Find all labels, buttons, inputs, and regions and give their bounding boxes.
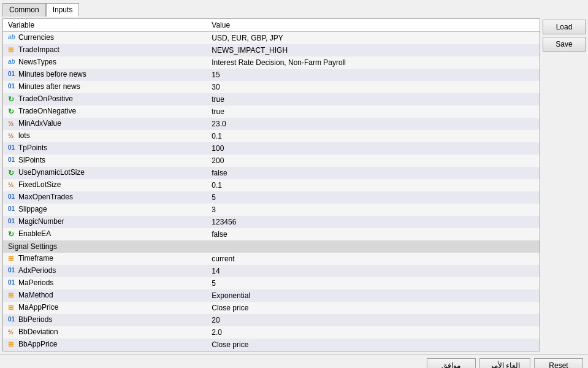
- table-row[interactable]: ↻TradeOnPositivetrue: [3, 93, 540, 105]
- val-cell: 14: [207, 265, 540, 277]
- tab-bar: Common Inputs: [0, 0, 588, 16]
- col-value: Value: [207, 19, 540, 32]
- val-cell: 100: [207, 142, 540, 155]
- val-cell: 5: [207, 191, 540, 204]
- val-cell: NEWS_IMPACT_HIGH: [207, 44, 540, 56]
- table-row[interactable]: 01MaxOpenTrades5: [3, 191, 540, 204]
- tab-inputs[interactable]: Inputs: [46, 3, 80, 17]
- var-cell: ⊞TradeImpact: [3, 44, 207, 56]
- val-cell: true: [207, 93, 540, 105]
- val-cell: true: [207, 105, 540, 118]
- table-row[interactable]: abCurrenciesUSD, EUR, GBP, JPY: [3, 32, 540, 44]
- table-row[interactable]: ½FixedLotSize0.1: [3, 179, 540, 191]
- reset-button[interactable]: Reset: [534, 358, 583, 369]
- params-table: Variable Value abCurrenciesUSD, EUR, GBP…: [3, 19, 540, 351]
- val-cell: 5: [207, 277, 540, 289]
- val-cell: false: [207, 167, 540, 179]
- table-row[interactable]: 01Minutes before news15: [3, 69, 540, 81]
- table-row[interactable]: 01MagicNumber123456: [3, 216, 540, 228]
- val-cell: Close price: [207, 302, 540, 314]
- table-row[interactable]: ½MinAdxValue23.0: [3, 118, 540, 130]
- var-cell: 01MaPeriods: [3, 277, 207, 289]
- table-row[interactable]: abNewsTypesInterest Rate Decision, Non-F…: [3, 56, 540, 69]
- table-row[interactable]: 01Minutes after news30: [3, 81, 540, 93]
- var-cell: 01AdxPeriods: [3, 265, 207, 277]
- section-header: Signal Settings: [3, 240, 540, 253]
- table-row[interactable]: ↻TradeOnNegativetrue: [3, 105, 540, 118]
- var-cell: abCurrencies: [3, 32, 207, 44]
- table-row[interactable]: 01BbPeriods20: [3, 314, 540, 326]
- var-cell: 01Slippage: [3, 204, 207, 216]
- var-cell: ½lots: [3, 130, 207, 142]
- var-cell: 01BbPeriods: [3, 314, 207, 326]
- params-table-container: Variable Value abCurrenciesUSD, EUR, GBP…: [2, 18, 540, 351]
- val-cell: 0.1: [207, 179, 540, 191]
- table-row[interactable]: 01MaPeriods5: [3, 277, 540, 289]
- var-cell: ⊞MaMethod: [3, 289, 207, 302]
- ok-button[interactable]: موافق: [427, 358, 476, 369]
- var-cell: ↻EnableEA: [3, 228, 207, 240]
- var-cell: ⊞Timeframe: [3, 253, 207, 265]
- val-cell: 2.0: [207, 326, 540, 339]
- var-cell: 01SlPoints: [3, 155, 207, 167]
- var-cell: 01TpPoints: [3, 142, 207, 155]
- var-cell: 01MaxOpenTrades: [3, 191, 207, 204]
- main-window: Common Inputs Variable Value abCurrencie…: [0, 0, 588, 368]
- var-cell: ↻TradeOnNegative: [3, 105, 207, 118]
- var-cell: abNewsTypes: [3, 56, 207, 69]
- var-cell: ½MinAdxValue: [3, 118, 207, 130]
- content-area: Variable Value abCurrenciesUSD, EUR, GBP…: [0, 16, 588, 354]
- side-buttons: Load Save: [543, 18, 586, 351]
- val-cell: 123456: [207, 216, 540, 228]
- val-cell: 15: [207, 69, 540, 81]
- val-cell: 0.1: [207, 130, 540, 142]
- val-cell: 23.0: [207, 118, 540, 130]
- table-row[interactable]: ½BbDeviation2.0: [3, 326, 540, 339]
- var-cell: 01MagicNumber: [3, 216, 207, 228]
- var-cell: ½FixedLotSize: [3, 179, 207, 191]
- var-cell: 01Minutes before news: [3, 69, 207, 81]
- val-cell: 3: [207, 204, 540, 216]
- table-row[interactable]: ⊞Timeframecurrent: [3, 253, 540, 265]
- val-cell: current: [207, 253, 540, 265]
- table-row[interactable]: 01Slippage3: [3, 204, 540, 216]
- var-cell: 01Minutes after news: [3, 81, 207, 93]
- val-cell: 200: [207, 155, 540, 167]
- table-row[interactable]: ⊞TradeImpactNEWS_IMPACT_HIGH: [3, 44, 540, 56]
- table-row[interactable]: 01AdxPeriods14: [3, 265, 540, 277]
- table-row[interactable]: ⊞MaMethodExponential: [3, 289, 540, 302]
- var-cell: ½BbDeviation: [3, 326, 207, 339]
- load-button[interactable]: Load: [543, 20, 586, 34]
- val-cell: 20: [207, 314, 540, 326]
- table-row[interactable]: 01TpPoints100: [3, 142, 540, 155]
- val-cell: Exponential: [207, 289, 540, 302]
- table-row[interactable]: ↻UseDynamicLotSizefalse: [3, 167, 540, 179]
- val-cell: Interest Rate Decision, Non-Farm Payroll: [207, 56, 540, 69]
- main-area: Variable Value abCurrenciesUSD, EUR, GBP…: [2, 18, 586, 351]
- col-variable: Variable: [3, 19, 207, 32]
- cancel-button[interactable]: إلغاء الأمر: [479, 358, 530, 369]
- var-cell: ↻TradeOnPositive: [3, 93, 207, 105]
- val-cell: Close price: [207, 339, 540, 351]
- table-row[interactable]: ½lots0.1: [3, 130, 540, 142]
- val-cell: 30: [207, 81, 540, 93]
- val-cell: USD, EUR, GBP, JPY: [207, 32, 540, 44]
- table-row[interactable]: ↻EnableEAfalse: [3, 228, 540, 240]
- var-cell: ⊞MaAppPrice: [3, 302, 207, 314]
- val-cell: false: [207, 228, 540, 240]
- bottom-bar: موافق إلغاء الأمر Reset: [0, 354, 588, 369]
- table-row[interactable]: ⊞MaAppPriceClose price: [3, 302, 540, 314]
- var-cell: ⊞BbAppPrice: [3, 339, 207, 351]
- save-button[interactable]: Save: [543, 37, 586, 52]
- table-row[interactable]: 01SlPoints200: [3, 155, 540, 167]
- tab-common[interactable]: Common: [2, 3, 46, 17]
- table-row[interactable]: ⊞BbAppPriceClose price: [3, 339, 540, 351]
- var-cell: ↻UseDynamicLotSize: [3, 167, 207, 179]
